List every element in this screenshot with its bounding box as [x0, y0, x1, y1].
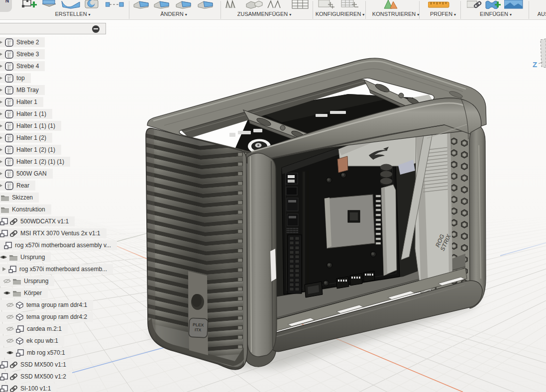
svg-text:PLEX: PLEX: [193, 322, 204, 327]
svg-text:ITX: ITX: [195, 327, 202, 333]
svg-text:Z: Z: [533, 60, 537, 69]
